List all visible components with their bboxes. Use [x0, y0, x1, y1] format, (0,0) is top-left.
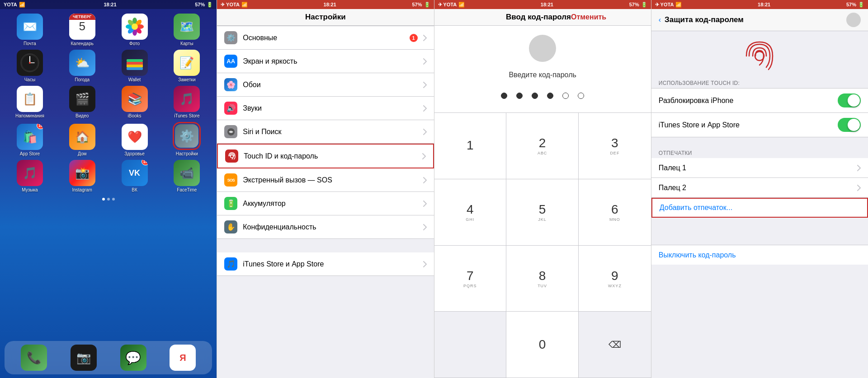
settings-row-sos[interactable]: SOS Экстренный вызов — SOS	[217, 168, 434, 192]
numpad-num-4: 4	[467, 202, 474, 217]
numpad-key-8[interactable]: 8 TUV	[506, 246, 579, 312]
cal-day: 5	[79, 20, 85, 33]
app-icon-instagram[interactable]: 📸	[69, 160, 95, 186]
status-bar-3: ✈ YOTA 📶 18:21 57% 🔋	[434, 0, 651, 9]
dock-yandex[interactable]: Я	[166, 345, 199, 371]
passcode-prompt: Введите код-пароль	[434, 66, 651, 88]
app-icon-photos[interactable]	[122, 14, 148, 40]
settings-row-battery[interactable]: 🔋 Аккумулятор	[217, 192, 434, 215]
battery-icon-1: 🔋	[207, 2, 213, 8]
dock-camera[interactable]: 📷	[67, 345, 100, 371]
carrier-3: ✈ YOTA	[438, 2, 457, 8]
app-icon-notes[interactable]: 📝	[174, 50, 200, 76]
dock-phone[interactable]: 📞	[18, 345, 50, 371]
app-wallet[interactable]: Wallet	[118, 50, 151, 82]
app-settings[interactable]: ⚙️ Настройки	[170, 122, 203, 156]
app-icon-clock[interactable]	[17, 50, 43, 76]
app-label-video: Видео	[75, 113, 89, 118]
app-icon-calendar[interactable]: ЧЕТВЕРГ 5	[69, 14, 95, 40]
fingerprint-row-1[interactable]: Палец 1	[651, 158, 868, 178]
app-icon-camera[interactable]: 📷	[71, 345, 97, 371]
app-icon-ibooks[interactable]: 📚	[122, 86, 148, 112]
app-weather[interactable]: ⛅ Погода	[66, 50, 99, 82]
settings-row-osnov[interactable]: ⚙️ Основные 1	[217, 26, 434, 50]
app-photos[interactable]: Фото	[118, 14, 151, 46]
cancel-button-label[interactable]: Отменить	[571, 13, 606, 21]
status-left-4: ✈ YOTA 📶	[655, 2, 682, 8]
app-icon-appstore[interactable]: 16 🛍️	[17, 124, 43, 150]
app-maps[interactable]: 🗺️ Карты	[170, 14, 203, 46]
disable-passcode-row[interactable]: Выключить код-пароль	[651, 245, 868, 265]
numpad-key-2[interactable]: 2 АВС	[506, 113, 579, 179]
app-home[interactable]: 🏠 Дом	[66, 124, 99, 156]
app-label-appstore: App Store	[20, 151, 40, 156]
toggle-switch-store[interactable]	[838, 118, 861, 132]
app-reminders[interactable]: 📋 Напоминания	[14, 86, 46, 118]
numpad-key-7[interactable]: 7 PQRS	[434, 246, 507, 312]
disable-passcode-label: Выключить код-пароль	[659, 251, 861, 259]
time-2: 18:21	[324, 2, 336, 7]
app-icon-yandex[interactable]: Я	[170, 345, 196, 371]
app-itunes[interactable]: 🎵 iTunes Store	[170, 86, 203, 118]
settings-highlight: ⚙️	[173, 122, 201, 150]
toggle-switch-unlock[interactable]	[838, 93, 861, 107]
app-label-vk: ВК	[132, 187, 137, 192]
app-icon-video[interactable]: 🎬	[69, 86, 95, 112]
settings-label-screen: Экран и яркость	[243, 57, 417, 65]
svg-rect-18	[127, 65, 143, 67]
gear-icon: ⚙️	[226, 33, 236, 42]
app-facetime[interactable]: 📹 FaceTime	[170, 160, 203, 192]
numpad-key-5[interactable]: 5 JKL	[506, 179, 579, 246]
add-fingerprint-row[interactable]: Добавить отпечаток...	[651, 198, 868, 218]
app-icon-itunes[interactable]: 🎵	[174, 86, 200, 112]
settings-row-itunes[interactable]: 🎵 iTunes Store и App Store	[217, 252, 434, 276]
dock-whatsapp[interactable]: 💬	[117, 345, 150, 371]
app-music[interactable]: 🎵 Музыка	[14, 160, 46, 192]
app-mail[interactable]: ✉️ Почта	[14, 14, 46, 46]
app-icon-whatsapp[interactable]: 💬	[120, 345, 146, 371]
settings-row-touchid[interactable]: Touch ID и код-пароль	[217, 144, 434, 168]
back-button[interactable]: ‹	[659, 16, 661, 24]
numpad-key-4[interactable]: 4 GHI	[434, 179, 507, 246]
app-icon-wallet[interactable]	[122, 50, 148, 76]
app-label-calendar: Календарь	[71, 41, 93, 46]
passcode-dot-2	[516, 93, 523, 99]
app-icon-facetime[interactable]: 📹	[174, 160, 200, 186]
svg-rect-16	[127, 59, 143, 62]
app-icon-phone[interactable]: 📞	[21, 345, 47, 371]
settings-row-siri[interactable]: Siri и Поиск	[217, 120, 434, 144]
dot-3	[112, 198, 115, 201]
app-calendar[interactable]: ЧЕТВЕРГ 5 Календарь	[66, 14, 99, 46]
app-appstore[interactable]: 16 🛍️ App Store	[14, 124, 46, 156]
cal-header: ЧЕТВЕРГ	[69, 14, 95, 20]
app-icon-mail[interactable]: ✉️	[17, 14, 43, 40]
app-ibooks[interactable]: 📚 iBooks	[118, 86, 151, 118]
app-icon-weather[interactable]: ⛅	[69, 50, 95, 76]
numpad-key-backspace[interactable]: ⌫	[579, 312, 651, 378]
app-video[interactable]: 🎬 Видео	[66, 86, 99, 118]
settings-row-wallpaper[interactable]: 🌸 Обои	[217, 73, 434, 97]
app-icon-settings[interactable]: ⚙️	[175, 124, 198, 148]
numpad-key-6[interactable]: 6 MNO	[579, 179, 651, 246]
settings-row-sounds[interactable]: 🔊 Звуки	[217, 97, 434, 120]
settings-row-screen[interactable]: AA Экран и яркость	[217, 50, 434, 73]
settings-row-privacy[interactable]: ✋ Конфиденциальность	[217, 215, 434, 239]
app-icon-reminders[interactable]: 📋	[17, 86, 43, 112]
numpad-key-0[interactable]: 0	[506, 312, 579, 378]
numpad-key-3[interactable]: 3 DEF	[579, 113, 651, 179]
app-clock[interactable]: Часы	[14, 50, 46, 82]
app-health[interactable]: ❤️ Здоровье	[118, 124, 151, 156]
numpad-key-1[interactable]: 1	[434, 113, 507, 179]
app-icon-vk[interactable]: 14 VK	[122, 160, 148, 186]
app-vk[interactable]: 14 VK ВК	[118, 160, 151, 192]
app-icon-maps[interactable]: 🗺️	[174, 14, 200, 40]
chevron-icon-fp2	[857, 185, 861, 191]
fingerprint-row-2[interactable]: Палец 2	[651, 178, 868, 198]
app-notes[interactable]: 📝 Заметки	[170, 50, 203, 82]
app-icon-music[interactable]: 🎵	[17, 160, 43, 186]
numpad-key-9[interactable]: 9 WXYZ	[579, 246, 651, 312]
app-instagram[interactable]: 📸 Instagram	[66, 160, 99, 192]
app-icon-home[interactable]: 🏠	[69, 124, 95, 150]
app-icon-health[interactable]: ❤️	[122, 124, 148, 150]
status-bar-1: YOTA 📶 18:21 57% 🔋	[0, 0, 217, 9]
